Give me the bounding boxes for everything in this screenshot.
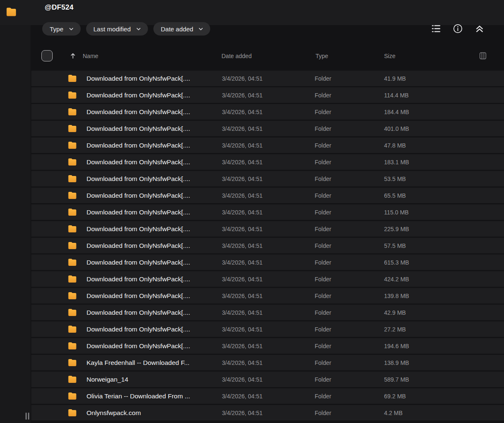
column-header-size[interactable]: Size	[384, 53, 395, 59]
file-name: Downloaded from OnlyNsfwPack[....	[87, 259, 190, 266]
folder-icon	[68, 141, 77, 149]
file-type: Folder	[315, 376, 331, 383]
file-size: 115.0 MB	[384, 209, 409, 216]
folder-icon[interactable]	[6, 7, 17, 17]
file-date-added: 3/4/2026, 04:51	[222, 326, 262, 333]
folder-icon	[68, 191, 77, 199]
file-type: Folder	[315, 343, 331, 349]
file-name: Downloaded from OnlyNsfwPack[....	[87, 342, 190, 350]
table-row[interactable]: Downloaded from OnlyNsfwPack[.... 3/4/20…	[31, 288, 504, 303]
folder-icon	[68, 392, 77, 400]
table-row[interactable]: Downloaded from OnlyNsfwPack[.... 3/4/20…	[31, 204, 504, 220]
file-size: 57.5 MB	[384, 242, 406, 249]
file-date-added: 3/4/2026, 04:51	[222, 75, 262, 82]
file-type: Folder	[315, 259, 331, 266]
file-size: 225.9 MB	[384, 226, 409, 232]
table-row[interactable]: Downloaded from OnlyNsfwPack[.... 3/4/20…	[31, 221, 504, 237]
folder-icon	[68, 342, 77, 350]
file-date-added: 3/4/2026, 04:51	[222, 192, 262, 199]
file-type: Folder	[315, 359, 331, 366]
column-header-type[interactable]: Type	[316, 53, 328, 59]
table-row[interactable]: Downloaded from OnlyNsfwPack[.... 3/4/20…	[31, 305, 504, 320]
column-header-date-added[interactable]: Date added	[221, 53, 252, 59]
file-date-added: 3/4/2026, 04:51	[222, 309, 262, 316]
table-row[interactable]: Downloaded from OnlyNsfwPack[.... 3/4/20…	[31, 321, 504, 337]
sidebar-resize-handle[interactable]	[25, 413, 29, 420]
file-name: Olivia Terian -- Downloaded From ...	[87, 392, 190, 400]
file-date-added: 3/4/2026, 04:51	[222, 176, 262, 182]
filter-type-button[interactable]: Type	[42, 22, 81, 36]
filter-last-modified-button[interactable]: Last modified	[86, 22, 148, 36]
file-size: 589.7 MB	[384, 376, 409, 383]
table-row[interactable]: Downloaded from OnlyNsfwPack[.... 3/4/20…	[31, 271, 504, 287]
file-date-added: 3/4/2026, 04:51	[222, 125, 262, 132]
filter-last-modified-label: Last modified	[94, 25, 131, 33]
table-row[interactable]: Downloaded from OnlyNsfwPack[.... 3/4/20…	[31, 255, 504, 270]
table-row[interactable]: Downloaded from OnlyNsfwPack[.... 3/4/20…	[31, 138, 504, 153]
file-size: 184.4 MB	[384, 109, 409, 115]
file-type: Folder	[315, 176, 331, 182]
sidebar	[0, 25, 31, 423]
file-name: Downloaded from OnlyNsfwPack[....	[87, 108, 190, 116]
file-name: Downloaded from OnlyNsfwPack[....	[87, 292, 190, 300]
table-row[interactable]: Downloaded from OnlyNsfwPack[.... 3/4/20…	[31, 238, 504, 253]
folder-icon	[68, 375, 77, 383]
table-row[interactable]: Olivia Terian -- Downloaded From ... 3/4…	[31, 388, 504, 404]
file-size: 114.4 MB	[384, 92, 409, 99]
table-row[interactable]: Downloaded from OnlyNsfwPack[.... 3/4/20…	[31, 154, 504, 170]
file-type: Folder	[315, 226, 331, 232]
file-date-added: 3/4/2026, 04:51	[222, 92, 262, 99]
file-date-added: 3/4/2026, 04:51	[222, 393, 262, 400]
file-size: 53.5 MB	[384, 176, 406, 182]
table-row[interactable]: Downloaded from OnlyNsfwPack[.... 3/4/20…	[31, 121, 504, 136]
table-row[interactable]: Downloaded from OnlyNsfwPack[.... 3/4/20…	[31, 87, 504, 103]
folder-icon	[68, 292, 77, 300]
table-row[interactable]: Downloaded from OnlyNsfwPack[.... 3/4/20…	[31, 104, 504, 120]
folder-icon	[68, 325, 77, 333]
table-row[interactable]: Kayla Fredenhall -- Downloaded F... 3/4/…	[31, 355, 504, 370]
file-type: Folder	[315, 125, 331, 132]
list-view-icon[interactable]	[430, 23, 441, 34]
folder-icon	[68, 175, 77, 183]
file-type: Folder	[315, 242, 331, 249]
file-date-added: 3/4/2026, 04:51	[222, 109, 262, 115]
folder-icon	[68, 74, 77, 82]
table-row[interactable]: Downloaded from OnlyNsfwPack[.... 3/4/20…	[31, 338, 504, 354]
file-name: Downloaded from OnlyNsfwPack[....	[87, 75, 190, 82]
file-name: Downloaded from OnlyNsfwPack[....	[87, 242, 190, 250]
file-name: Downloaded from OnlyNsfwPack[....	[87, 326, 190, 333]
file-name: Downloaded from OnlyNsfwPack[....	[87, 192, 190, 199]
sort-ascending-icon[interactable]	[69, 52, 76, 61]
collapse-up-icon[interactable]	[474, 23, 485, 34]
table-row[interactable]: Onlynsfwpack.com 3/4/2026, 04:51 Folder …	[31, 405, 504, 420]
table-row[interactable]: Downloaded from OnlyNsfwPack[.... 3/4/20…	[31, 171, 504, 186]
filter-date-added-button[interactable]: Date added	[153, 22, 211, 36]
table-row[interactable]: Downloaded from OnlyNsfwPack[.... 3/4/20…	[31, 71, 504, 86]
file-date-added: 3/4/2026, 04:51	[222, 376, 262, 383]
file-size: 69.2 MB	[384, 393, 406, 400]
file-type: Folder	[315, 393, 331, 400]
file-type: Folder	[315, 209, 331, 216]
table-row[interactable]: Downloaded from OnlyNsfwPack[.... 3/4/20…	[31, 188, 504, 203]
file-type: Folder	[315, 410, 331, 416]
file-size: 424.2 MB	[384, 276, 409, 283]
file-type: Folder	[315, 159, 331, 166]
select-all-checkbox[interactable]	[41, 50, 53, 61]
folder-icon	[68, 242, 77, 250]
folder-icon	[68, 409, 77, 417]
file-list: Downloaded from OnlyNsfwPack[.... 3/4/20…	[31, 71, 504, 422]
chevron-down-icon	[198, 26, 204, 32]
file-date-added: 3/4/2026, 04:51	[222, 410, 262, 416]
file-type: Folder	[315, 109, 331, 115]
file-size: 4.2 MB	[384, 410, 402, 416]
column-header-name[interactable]: Name	[83, 53, 98, 59]
file-name: Norweigan_14	[87, 376, 128, 383]
folder-icon	[68, 125, 77, 133]
file-name: Downloaded from OnlyNsfwPack[....	[87, 125, 190, 133]
file-type: Folder	[315, 192, 331, 199]
info-icon[interactable]	[452, 23, 463, 34]
columns-settings-icon[interactable]	[479, 52, 487, 61]
table-row[interactable]: Norweigan_14 3/4/2026, 04:51 Folder 589.…	[31, 372, 504, 387]
page-title: @DF524	[45, 3, 74, 12]
file-size: 41.9 MB	[384, 75, 406, 82]
